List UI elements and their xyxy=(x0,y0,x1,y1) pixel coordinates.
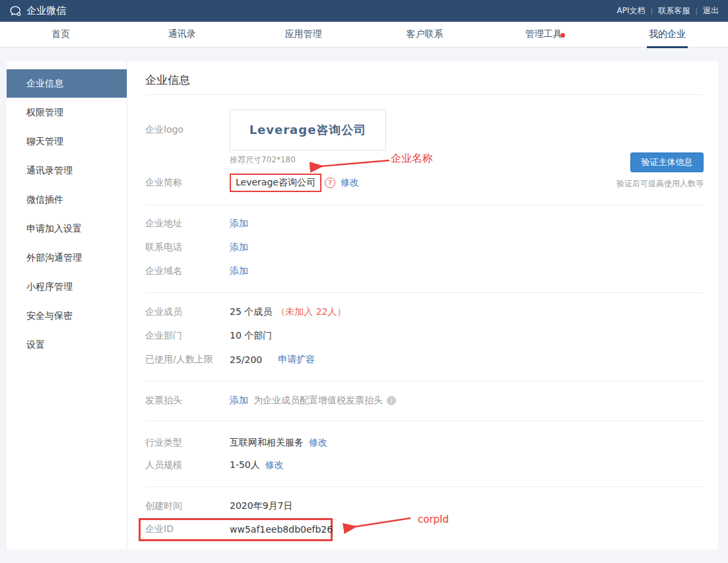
divider xyxy=(145,205,704,205)
members-not-joined: （未加入 22人） xyxy=(276,306,346,318)
sidebar-item-join-settings[interactable]: 申请加入设置 xyxy=(7,214,127,243)
phone-label: 联系电话 xyxy=(145,242,230,253)
industry-label: 行业类型 xyxy=(145,437,230,449)
company-shortname-row: 企业简称 Leverage咨询公司 ? 修改 xyxy=(145,173,359,193)
domain-label: 企业域名 xyxy=(145,265,230,277)
address-label: 企业地址 xyxy=(145,218,230,230)
help-icon[interactable]: ? xyxy=(325,178,335,188)
sidebar-item-security[interactable]: 安全与保密 xyxy=(7,301,127,330)
sidebar-item-contacts-management[interactable]: 通讯录管理 xyxy=(7,156,127,185)
separator: | xyxy=(651,7,653,15)
verify-entity-button[interactable]: 验证主体信息 xyxy=(630,152,704,172)
sidebar-item-permissions[interactable]: 权限管理 xyxy=(7,98,127,127)
nav-label: 客户联系 xyxy=(404,28,445,46)
scale-label: 人员规模 xyxy=(145,459,230,471)
created-time-row: 创建时间 2020年9月7日 xyxy=(145,500,704,513)
divider xyxy=(145,381,704,381)
nav-tab-home[interactable]: 首页 xyxy=(0,22,121,47)
verify-hint: 验证后可提高使用人数等 xyxy=(616,178,704,189)
sidebar-item-wechat-plugin[interactable]: 微信插件 xyxy=(7,185,127,214)
logout-link[interactable]: 退出 xyxy=(703,5,719,17)
invoice-add-link[interactable]: 添加 xyxy=(230,395,248,407)
nav-label: 通讯录 xyxy=(166,28,198,46)
company-departments-row: 企业部门 10 个部门 xyxy=(145,329,704,343)
created-label: 创建时间 xyxy=(145,500,230,512)
brand-title: 企业微信 xyxy=(26,5,66,17)
contact-phone-row: 联系电话 添加 xyxy=(145,241,704,254)
brand: 企业微信 xyxy=(9,5,66,18)
industry-value: 互联网和相关服务 xyxy=(230,437,304,449)
nav-label: 应用管理 xyxy=(283,28,324,46)
shortname-label: 企业简称 xyxy=(145,177,230,189)
sidebar-item-settings[interactable]: 设置 xyxy=(7,330,127,359)
company-address-row: 企业地址 添加 xyxy=(145,217,704,230)
expand-capacity-link[interactable]: 申请扩容 xyxy=(278,354,315,366)
divider xyxy=(145,486,704,487)
departments-value: 10 个部门 xyxy=(230,330,272,342)
main-nav: 首页 通讯录 应用管理 客户联系 管理工具 我的企业 xyxy=(0,22,728,48)
shortname-annotation-box: Leverage咨询公司 xyxy=(230,174,321,192)
scale-value: 1-50人 xyxy=(230,459,260,471)
nav-tab-customer-contact[interactable]: 客户联系 xyxy=(364,22,485,47)
invoice-label: 发票抬头 xyxy=(145,395,230,407)
invoice-title-row: 发票抬头 添加 为企业成员配置增值税发票抬头 i xyxy=(145,394,704,407)
new-badge-dot xyxy=(560,33,565,38)
contact-support-link[interactable]: 联系客服 xyxy=(658,5,690,17)
nav-tab-app-management[interactable]: 应用管理 xyxy=(243,22,364,47)
industry-type-row: 行业类型 互联网和相关服务 修改 xyxy=(145,436,704,449)
nav-tab-admin-tools[interactable]: 管理工具 xyxy=(485,22,607,47)
page-title: 企业信息 xyxy=(145,73,190,88)
api-docs-link[interactable]: API文档 xyxy=(617,5,645,17)
sidebar-item-chat-management[interactable]: 聊天管理 xyxy=(7,127,127,156)
domain-add-link[interactable]: 添加 xyxy=(230,265,248,277)
nav-label: 首页 xyxy=(50,28,72,46)
nav-tab-my-company[interactable]: 我的企业 xyxy=(607,22,728,47)
page: 企业微信 API文档 | 联系客服 | 退出 首页 通讯录 应用管理 客户联系 … xyxy=(0,0,728,563)
wechat-work-logo-icon xyxy=(9,5,22,18)
invoice-desc: 为企业成员配置增值税发票抬头 xyxy=(253,395,383,407)
annotation-corpid: corpId xyxy=(418,513,449,525)
topbar: 企业微信 API文档 | 联系客服 | 退出 xyxy=(0,0,728,22)
usage-limit-row: 已使用/人数上限 25/200 申请扩容 xyxy=(145,353,704,366)
industry-modify-link[interactable]: 修改 xyxy=(309,437,327,449)
sidebar-item-external-communication[interactable]: 外部沟通管理 xyxy=(7,243,127,272)
company-logo-text: Leverage咨询公司 xyxy=(249,122,367,138)
staff-scale-row: 人员规模 1-50人 修改 xyxy=(145,459,704,472)
shortname-value: Leverage咨询公司 xyxy=(236,177,315,187)
created-value: 2020年9月7日 xyxy=(230,500,292,512)
corpid-value: ww5af1eeb8db0efb26 xyxy=(230,524,333,535)
nav-tab-contacts[interactable]: 通讯录 xyxy=(121,22,243,47)
company-members-row: 企业成员 25 个成员 （未加入 22人） xyxy=(145,306,704,319)
divider xyxy=(145,94,704,95)
address-add-link[interactable]: 添加 xyxy=(230,218,248,230)
members-value: 25 个成员 xyxy=(230,306,272,318)
scale-modify-link[interactable]: 修改 xyxy=(265,459,284,471)
separator: | xyxy=(695,7,698,15)
annotation-company-name: 企业名称 xyxy=(391,152,433,166)
company-logo-upload[interactable]: Leverage咨询公司 xyxy=(230,110,386,150)
divider xyxy=(145,420,704,421)
company-domain-row: 企业域名 添加 xyxy=(145,265,704,278)
sidebar: 企业信息 权限管理 聊天管理 通讯录管理 微信插件 申请加入设置 外部沟通管理 … xyxy=(7,61,127,550)
company-logo-label: 企业logo xyxy=(145,124,183,136)
nav-label: 管理工具 xyxy=(523,28,564,46)
logo-size-hint: 推荐尺寸702*180 xyxy=(230,154,296,166)
info-icon[interactable]: i xyxy=(387,396,396,405)
departments-label: 企业部门 xyxy=(145,330,230,342)
phone-add-link[interactable]: 添加 xyxy=(230,242,248,253)
members-label: 企业成员 xyxy=(145,306,230,318)
usage-label: 已使用/人数上限 xyxy=(145,354,230,366)
nav-label: 我的企业 xyxy=(647,28,688,48)
company-info-panel: 企业信息 企业logo Leverage咨询公司 推荐尺寸702*180 验证主… xyxy=(127,61,718,550)
usage-value: 25/200 xyxy=(230,354,262,365)
corpid-label: 企业ID xyxy=(145,523,230,535)
divider xyxy=(145,292,704,293)
topbar-links: API文档 | 联系客服 | 退出 xyxy=(617,5,719,17)
sidebar-item-company-info[interactable]: 企业信息 xyxy=(7,69,127,98)
sidebar-item-miniprogram[interactable]: 小程序管理 xyxy=(7,272,127,301)
shortname-modify-link[interactable]: 修改 xyxy=(341,177,359,189)
